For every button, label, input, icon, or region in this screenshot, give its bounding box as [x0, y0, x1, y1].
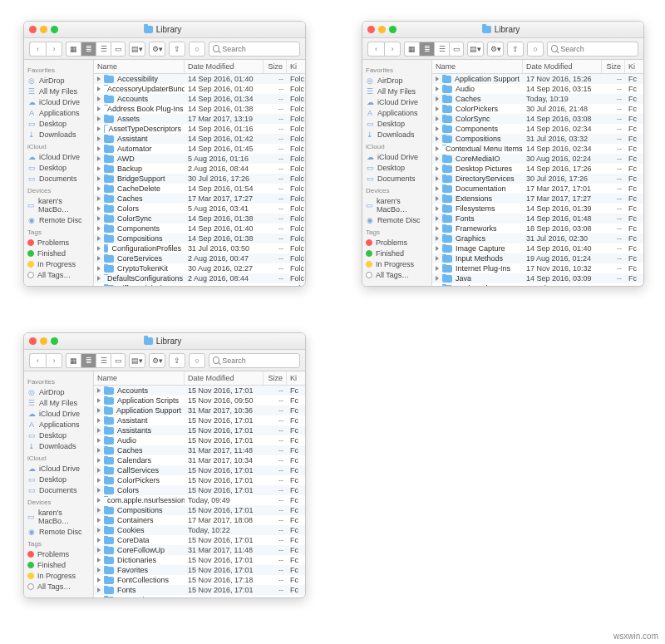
sidebar-item[interactable]: ⤓Downloads	[26, 129, 91, 140]
table-row[interactable]: Internet Plug-Ins 17 Nov 2016, 10:32 -- …	[432, 263, 643, 273]
search-input[interactable]	[222, 45, 296, 53]
table-row[interactable]: AWD 5 Aug 2016, 01:16 -- Folc	[94, 154, 305, 164]
table-row[interactable]: Extensions 17 Mar 2017, 17:27 -- Fc	[432, 194, 643, 204]
maximize-icon[interactable]	[51, 337, 58, 345]
maximize-icon[interactable]	[51, 26, 58, 33]
table-row[interactable]: Compositions 31 Jul 2016, 03:32 -- Fc	[432, 134, 643, 144]
disclosure-icon[interactable]	[97, 498, 101, 503]
table-row[interactable]: DifferentialPrivacy 14 Sep 2016, 01:59 -…	[94, 283, 305, 286]
disclosure-icon[interactable]	[97, 226, 101, 231]
table-row[interactable]: Containers 17 Mar 2017, 18:08 -- Fc	[94, 515, 305, 525]
sidebar-item[interactable]: ◉Remote Disc	[26, 526, 91, 537]
share-button[interactable]: ⇪	[169, 353, 185, 368]
sidebar-item[interactable]: ▭Desktop	[364, 118, 430, 129]
disclosure-icon[interactable]	[97, 166, 101, 171]
col-size[interactable]: Size	[602, 60, 625, 73]
disclosure-icon[interactable]	[97, 96, 101, 101]
disclosure-icon[interactable]	[97, 428, 101, 433]
table-row[interactable]: AccessoryUpdaterBundles 14 Sep 2016, 01:…	[94, 84, 305, 94]
sidebar-item[interactable]: ◎AirDrop	[26, 386, 91, 397]
arrange-button[interactable]: ▤▾	[129, 42, 145, 57]
table-row[interactable]: AssetTypeDescriptors 14 Sep 2016, 01:16 …	[94, 124, 305, 134]
sidebar-item[interactable]: ☁iCloud Drive	[364, 151, 430, 162]
table-row[interactable]: Caches Today, 10:19 -- Fc	[432, 94, 643, 104]
view-icons-button[interactable]: ▦	[66, 353, 81, 368]
sidebar-item[interactable]: ▭Documents	[26, 484, 91, 495]
disclosure-icon[interactable]	[97, 196, 101, 201]
table-row[interactable]: CryptoTokenKit 30 Aug 2016, 02:27 -- Fol…	[94, 263, 305, 273]
sidebar-item[interactable]: AApplications	[26, 419, 91, 430]
title-bar[interactable]: Library	[24, 333, 305, 350]
table-row[interactable]: Keyboard Layouts 31 Jul 2016, 01:24 -- F…	[432, 283, 643, 286]
disclosure-icon[interactable]	[97, 256, 101, 261]
close-icon[interactable]	[29, 26, 37, 33]
disclosure-icon[interactable]	[97, 236, 101, 241]
sidebar-item[interactable]: In Progress	[364, 258, 430, 269]
maximize-icon[interactable]	[389, 26, 397, 33]
table-row[interactable]: Caches 17 Mar 2017, 17:27 -- Folc	[94, 194, 305, 204]
sidebar-item[interactable]: Finished	[364, 248, 430, 258]
table-row[interactable]: Audio 14 Sep 2016, 03:15 -- Fc	[432, 84, 643, 94]
table-row[interactable]: Colors 5 Aug 2016, 03:41 -- Folc	[94, 204, 305, 214]
disclosure-icon[interactable]	[436, 106, 439, 111]
view-columns-button[interactable]: ☰	[434, 42, 449, 57]
sidebar-item[interactable]: In Progress	[26, 570, 91, 581]
sidebar-item[interactable]: Problems	[364, 237, 430, 248]
table-row[interactable]: GameKit 15 Nov 2016, 17:18 -- Fc	[94, 595, 305, 597]
col-modified[interactable]: Date Modified	[185, 60, 264, 73]
sidebar-item[interactable]: Problems	[26, 237, 91, 248]
sidebar-item[interactable]: In Progress	[26, 258, 91, 269]
sidebar-item[interactable]: ◉Remote Disc	[26, 214, 91, 225]
disclosure-icon[interactable]	[97, 126, 101, 131]
table-row[interactable]: CacheDelete 14 Sep 2016, 01:54 -- Folc	[94, 184, 305, 194]
sidebar-item[interactable]: ▭Documents	[26, 173, 91, 184]
table-row[interactable]: Automator 14 Sep 2016, 01:45 -- Folc	[94, 144, 305, 154]
disclosure-icon[interactable]	[97, 488, 101, 493]
table-row[interactable]: DefaultsConfigurations 2 Aug 2016, 08:44…	[94, 273, 305, 283]
table-row[interactable]: ColorSync 14 Sep 2016, 01:38 -- Folc	[94, 214, 305, 224]
table-row[interactable]: BridgeSupport 30 Jul 2016, 17:26 -- Folc	[94, 174, 305, 184]
sidebar-item[interactable]: All Tags…	[26, 581, 91, 592]
table-row[interactable]: Image Capture 14 Sep 2016, 01:40 -- Fc	[432, 243, 643, 253]
col-name[interactable]: Name	[432, 60, 523, 73]
search-input[interactable]	[222, 356, 296, 365]
close-icon[interactable]	[367, 26, 375, 33]
back-button[interactable]: ‹	[367, 42, 384, 57]
table-row[interactable]: Desktop Pictures 14 Sep 2016, 17:26 -- F…	[432, 164, 643, 174]
table-row[interactable]: Accounts 15 Nov 2016, 17:01 -- Fc	[94, 386, 305, 396]
table-row[interactable]: Compositions 14 Sep 2016, 01:38 -- Folc	[94, 234, 305, 243]
disclosure-icon[interactable]	[436, 256, 439, 261]
table-row[interactable]: CoreServices 2 Aug 2016, 00:47 -- Folc	[94, 253, 305, 263]
col-size[interactable]: Size	[264, 60, 287, 73]
disclosure-icon[interactable]	[97, 518, 101, 523]
table-row[interactable]: FontCollections 15 Nov 2016, 17:18 -- Fc	[94, 575, 305, 585]
table-row[interactable]: Cookies Today, 10:22 -- Fc	[94, 525, 305, 535]
arrange-button[interactable]: ▤▾	[129, 353, 145, 368]
col-size[interactable]: Size	[264, 371, 287, 385]
sidebar-item[interactable]: All Tags…	[364, 269, 430, 280]
sidebar-item[interactable]: ▭karen's MacBo…	[26, 195, 91, 214]
disclosure-icon[interactable]	[97, 266, 101, 271]
sidebar-item[interactable]: Finished	[26, 559, 91, 570]
disclosure-icon[interactable]	[436, 236, 439, 241]
table-row[interactable]: Assistant 14 Sep 2016, 01:42 -- Folc	[94, 134, 305, 144]
disclosure-icon[interactable]	[436, 156, 439, 161]
disclosure-icon[interactable]	[436, 166, 439, 171]
table-row[interactable]: Accessibility 14 Sep 2016, 01:40 -- Folc	[94, 74, 305, 84]
disclosure-icon[interactable]	[97, 398, 101, 403]
file-list[interactable]: Application Support 17 Nov 2016, 15:26 -…	[432, 74, 643, 286]
table-row[interactable]: Audio 15 Nov 2016, 17:01 -- Fc	[94, 435, 305, 445]
col-kind[interactable]: Ki	[287, 371, 305, 385]
disclosure-icon[interactable]	[436, 176, 439, 181]
view-gallery-button[interactable]: ▭	[449, 42, 464, 57]
disclosure-icon[interactable]	[436, 126, 439, 131]
table-row[interactable]: Java 14 Sep 2016, 03:09 -- Fc	[432, 273, 643, 283]
sidebar-item[interactable]: ◉Remote Disc	[364, 214, 430, 225]
table-row[interactable]: CoreData 15 Nov 2016, 17:01 -- Fc	[94, 535, 305, 545]
col-name[interactable]: Name	[94, 60, 185, 73]
table-row[interactable]: Input Methods 19 Aug 2016, 01:24 -- Fc	[432, 253, 643, 263]
disclosure-icon[interactable]	[436, 206, 439, 211]
col-name[interactable]: Name	[94, 371, 185, 385]
table-row[interactable]: Components 14 Sep 2016, 01:40 -- Folc	[94, 224, 305, 234]
sidebar-item[interactable]: ☁iCloud Drive	[364, 96, 430, 107]
